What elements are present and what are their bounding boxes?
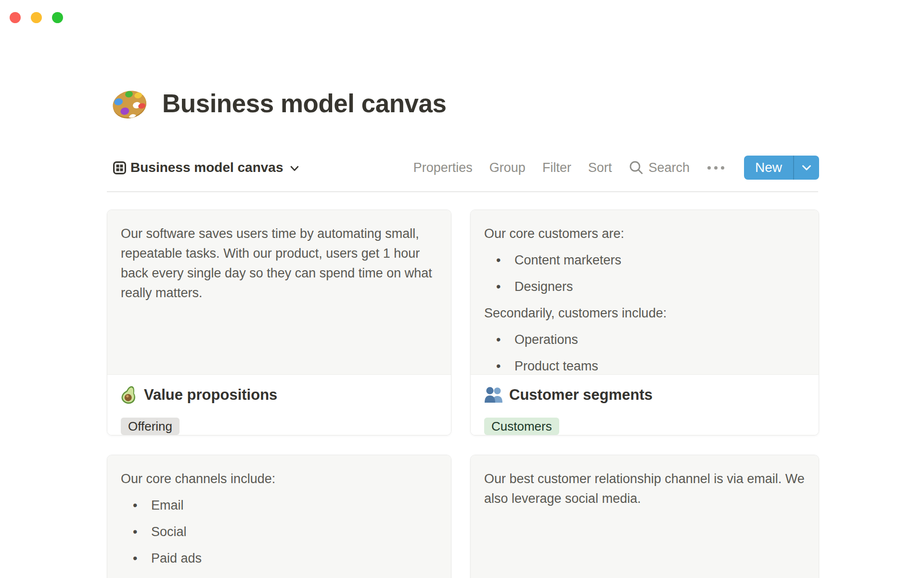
bullet-icon: • xyxy=(133,496,151,515)
list-item-text: Paid ads xyxy=(151,549,202,568)
list-item: •Product teams xyxy=(484,356,805,375)
paragraph: Our core channels include: xyxy=(121,469,437,489)
page-title: Business model canvas xyxy=(162,89,446,118)
toolbar: Properties Group Filter Sort Search New xyxy=(413,156,819,180)
new-dropdown-button[interactable] xyxy=(794,156,819,180)
list-item: •Social xyxy=(121,522,437,542)
group-button[interactable]: Group xyxy=(489,160,526,175)
list-item-text: Social xyxy=(151,522,187,542)
avocado-emoji-icon xyxy=(121,385,138,405)
card-preview: Our core customers are:•Content marketer… xyxy=(471,210,819,375)
new-button[interactable]: New xyxy=(744,156,819,180)
bullet-icon: • xyxy=(133,549,151,568)
properties-button[interactable]: Properties xyxy=(413,160,473,175)
card-preview: Our software saves users time by automat… xyxy=(107,210,451,375)
tag-badge[interactable]: Customers xyxy=(484,418,559,435)
list-item-text: Content marketers xyxy=(514,250,621,270)
bullet-icon: • xyxy=(496,330,514,350)
card-footer: Customer segmentsCustomers xyxy=(471,375,819,435)
zoom-button[interactable] xyxy=(52,12,63,23)
view-name: Business model canvas xyxy=(130,160,283,175)
search-button[interactable]: Search xyxy=(629,160,690,175)
close-button[interactable] xyxy=(10,12,21,23)
card-title: Value propositions xyxy=(144,385,277,405)
card-title-row: Value propositions xyxy=(121,385,437,405)
card-title: Customer segments xyxy=(509,385,653,405)
list-item: •Email xyxy=(121,496,437,515)
paragraph: Our software saves users time by automat… xyxy=(121,224,437,303)
paragraph: Secondarily, customers include: xyxy=(484,303,805,323)
page: Business model canvas Business model can… xyxy=(107,0,819,578)
card-title-row: Customer segments xyxy=(484,385,805,405)
new-button-label[interactable]: New xyxy=(744,156,793,180)
list-item-text: Email xyxy=(151,496,184,515)
bullet-icon: • xyxy=(133,522,151,542)
card-preview: Our core channels include:•Email•Social•… xyxy=(107,455,451,578)
gallery-view-icon xyxy=(113,161,126,174)
list-item-text: Operations xyxy=(514,330,578,350)
sort-button[interactable]: Sort xyxy=(588,160,612,175)
search-icon xyxy=(629,160,644,175)
tag-badge[interactable]: Offering xyxy=(121,418,180,435)
card-preview: Our best customer relationship channel i… xyxy=(471,455,819,578)
view-tab[interactable]: Business model canvas xyxy=(113,160,299,175)
ellipsis-icon xyxy=(707,166,711,170)
chevron-down-icon xyxy=(290,165,299,172)
search-label: Search xyxy=(648,160,690,175)
gallery-card[interactable]: Our core customers are:•Content marketer… xyxy=(470,210,819,435)
toolbar-divider xyxy=(107,191,818,192)
bullet-icon: • xyxy=(496,356,514,375)
paragraph: Our core customers are: xyxy=(484,224,805,244)
palette-emoji xyxy=(111,83,148,123)
gallery-card[interactable]: Our software saves users time by automat… xyxy=(107,210,451,435)
minimize-button[interactable] xyxy=(31,12,42,23)
view-bar: Business model canvas Properties Group F… xyxy=(107,156,819,179)
bullet-icon: • xyxy=(496,277,514,297)
gallery-card[interactable]: Our core channels include:•Email•Social•… xyxy=(107,455,451,578)
card-footer: Value propositionsOffering xyxy=(107,375,451,435)
more-options-button[interactable] xyxy=(706,166,725,170)
gallery-card[interactable]: Our best customer relationship channel i… xyxy=(470,455,819,578)
chevron-down-icon xyxy=(801,164,812,171)
list-item: •Paid ads xyxy=(121,549,437,568)
list-item: •Operations xyxy=(484,330,805,350)
bullet-icon: • xyxy=(496,250,514,270)
list-item: •Content marketers xyxy=(484,250,805,270)
window-controls xyxy=(10,12,63,23)
paragraph: Our best customer relationship channel i… xyxy=(484,469,805,509)
gallery-grid: Our software saves users time by automat… xyxy=(107,210,819,578)
filter-button[interactable]: Filter xyxy=(542,160,571,175)
list-item-text: Product teams xyxy=(514,356,598,375)
list-item-text: Designers xyxy=(514,277,573,297)
page-header: Business model canvas xyxy=(111,82,446,124)
list-item: •Designers xyxy=(484,277,805,297)
busts-in-silhouette-emoji-icon xyxy=(484,386,503,404)
